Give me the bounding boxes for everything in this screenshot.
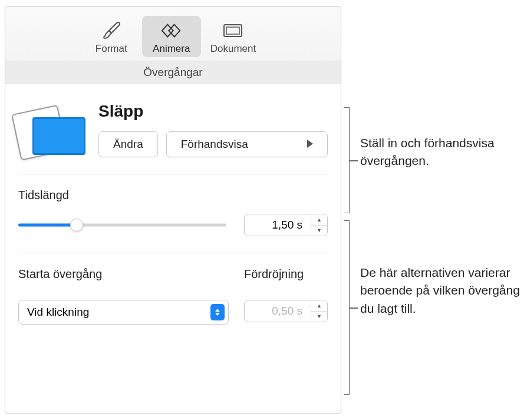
start-value: Vid klickning	[27, 306, 89, 319]
duration-slider[interactable]	[18, 219, 226, 232]
tab-format[interactable]: Format	[82, 16, 141, 57]
svg-rect-1	[226, 27, 239, 34]
preview-button[interactable]: Förhandsvisa	[166, 131, 328, 157]
document-icon	[221, 21, 245, 41]
delay-value[interactable]: 0,50 s	[245, 300, 311, 322]
tab-animate[interactable]: Animera	[142, 16, 201, 57]
annotations: Ställ in och förhandsvisa övergången. De…	[341, 0, 527, 420]
callout-bracket	[344, 107, 350, 213]
stepper-down-icon[interactable]: ▼	[311, 226, 327, 236]
section-header-transitions: Övergångar	[5, 61, 341, 84]
delay-stepper[interactable]: 0,50 s ▲ ▼	[244, 300, 328, 322]
callout-line	[350, 307, 358, 309]
duration-section: Tidslängd 1,50 s ▲ ▼	[5, 174, 341, 253]
tab-document[interactable]: Dokument	[202, 16, 264, 57]
tab-format-label: Format	[95, 43, 127, 55]
change-button-label: Ändra	[113, 138, 143, 151]
stepper-arrows[interactable]: ▲ ▼	[311, 214, 327, 236]
transition-header: Släpp Ändra Förhandsvisa	[5, 84, 341, 174]
play-icon	[307, 138, 313, 151]
tab-document-label: Dokument	[210, 43, 256, 55]
stepper-up-icon[interactable]: ▲	[311, 214, 327, 226]
callout-line	[350, 160, 358, 161]
stepper-down-icon[interactable]: ▼	[311, 312, 327, 322]
callout-text-2: De här alternativen varierar beroende på…	[360, 264, 527, 318]
tab-animate-label: Animera	[153, 43, 190, 55]
stepper-arrows[interactable]: ▲ ▼	[311, 300, 327, 322]
paintbrush-icon	[100, 21, 123, 41]
inspector-panel: Format Animera Dokument Övergångar	[5, 6, 341, 414]
inspector-toolbar: Format Animera Dokument	[5, 6, 341, 61]
duration-label: Tidslängd	[18, 188, 328, 202]
start-label: Starta övergång	[18, 267, 229, 281]
select-arrows-icon	[210, 304, 225, 320]
duration-value[interactable]: 1,50 s	[245, 214, 311, 236]
diamonds-icon	[160, 21, 183, 41]
callout-bracket	[344, 220, 350, 395]
start-select[interactable]: Vid klickning	[18, 300, 229, 325]
callout-text-1: Ställ in och förhandsvisa övergången.	[360, 134, 527, 170]
preview-button-label: Förhandsvisa	[181, 138, 248, 151]
transition-name: Släpp	[98, 102, 328, 121]
delay-label: Fördröjning	[244, 267, 328, 281]
stepper-up-icon[interactable]: ▲	[311, 300, 327, 312]
duration-stepper[interactable]: 1,50 s ▲ ▼	[244, 214, 328, 236]
options-section: Starta övergång Vid klickning Fördröjnin…	[5, 253, 341, 339]
transition-thumbnail	[18, 102, 87, 156]
change-button[interactable]: Ändra	[98, 131, 158, 157]
